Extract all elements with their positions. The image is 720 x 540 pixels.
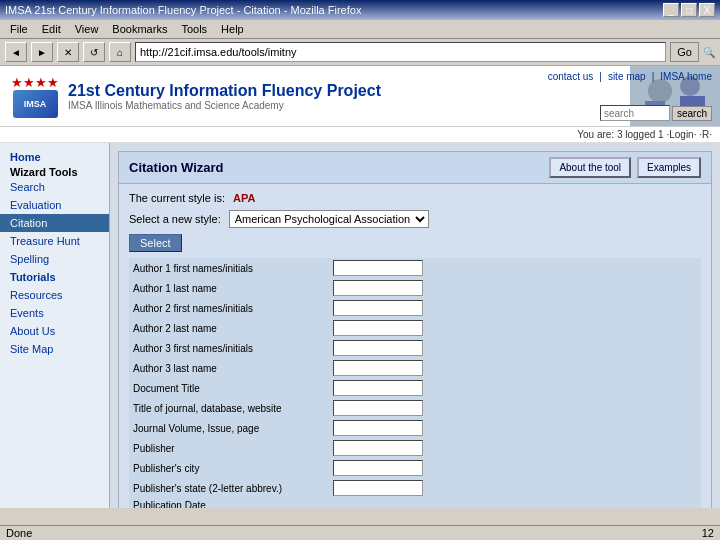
field-label-author3-last: Author 3 last name — [129, 358, 329, 378]
go-button[interactable]: Go — [670, 42, 699, 62]
sidebar-item-treasure-hunt[interactable]: Treasure Hunt — [0, 232, 109, 250]
select-style-label: Select a new style: — [129, 213, 221, 225]
back-button[interactable]: ◄ — [5, 42, 27, 62]
logo-stars: ★★★★ — [11, 75, 59, 90]
table-row: Journal Volume, Issue, page — [129, 418, 701, 438]
sidebar-item-spelling[interactable]: Spelling — [0, 250, 109, 268]
forward-button[interactable]: ► — [31, 42, 53, 62]
window-titlebar: IMSA 21st Century Information Fluency Pr… — [0, 0, 720, 20]
stop-button[interactable]: ✕ — [57, 42, 79, 62]
field-label-publisher: Publisher — [129, 438, 329, 458]
author3-last-input[interactable] — [333, 360, 423, 376]
logo-image: IMSA — [13, 90, 58, 118]
menu-tools[interactable]: Tools — [175, 22, 213, 36]
author3-first-input[interactable] — [333, 340, 423, 356]
banner-search-area: search — [600, 105, 712, 121]
citation-panel: Citation Wizard About the tool Examples … — [118, 151, 712, 508]
author1-first-input[interactable] — [333, 260, 423, 276]
refresh-button[interactable]: ↺ — [83, 42, 105, 62]
sidebar-item-resources[interactable]: Resources — [0, 286, 109, 304]
select-button[interactable]: Select — [129, 234, 182, 252]
sidebar-item-about-us[interactable]: About Us — [0, 322, 109, 340]
field-label-author1-last: Author 1 last name — [129, 278, 329, 298]
sidebar-item-site-map[interactable]: Site Map — [0, 340, 109, 358]
citation-header: Citation Wizard About the tool Examples — [119, 152, 711, 184]
menu-edit[interactable]: Edit — [36, 22, 67, 36]
sidebar-item-tutorials[interactable]: Tutorials — [0, 268, 109, 286]
field-label-author2-last: Author 2 last name — [129, 318, 329, 338]
menu-view[interactable]: View — [69, 22, 105, 36]
field-label-pub-state: Publisher's state (2-letter abbrev.) — [129, 478, 329, 498]
citation-wizard-title: Citation Wizard — [129, 160, 224, 175]
home-button[interactable]: ⌂ — [109, 42, 131, 62]
field-label-author1-first: Author 1 first names/initials — [129, 258, 329, 278]
addressbar: ◄ ► ✕ ↺ ⌂ Go 🔍 — [0, 39, 720, 66]
banner-search-input[interactable] — [600, 105, 670, 121]
table-row: Author 2 last name — [129, 318, 701, 338]
close-button[interactable]: X — [699, 3, 715, 17]
maximize-button[interactable]: □ — [681, 3, 697, 17]
field-label-journal-vol: Journal Volume, Issue, page — [129, 418, 329, 438]
table-row: Publisher's city — [129, 458, 701, 478]
table-row: Author 3 last name — [129, 358, 701, 378]
field-label-pub-date: Publication Date — [129, 498, 329, 508]
select-row: Select a new style: American Psychologic… — [129, 210, 701, 228]
form-table: Author 1 first names/initials Author 1 l… — [129, 258, 701, 508]
main-layout: Home Wizard Tools Search Evaluation Cita… — [0, 143, 720, 508]
about-tool-button[interactable]: About the tool — [549, 157, 631, 178]
menu-file[interactable]: File — [4, 22, 34, 36]
author1-last-input[interactable] — [333, 280, 423, 296]
style-select[interactable]: American Psychological Association (APA)… — [229, 210, 429, 228]
sidebar-item-search[interactable]: Search — [0, 178, 109, 196]
banner-top-links: contact us | site map | IMSA home — [548, 71, 712, 82]
logo-subtitle: IMSA Illinois Mathematics and Science Ac… — [68, 100, 381, 111]
table-row: Title of journal, database, website — [129, 398, 701, 418]
author2-last-input[interactable] — [333, 320, 423, 336]
examples-button[interactable]: Examples — [637, 157, 701, 178]
journal-title-input[interactable] — [333, 400, 423, 416]
menu-help[interactable]: Help — [215, 22, 250, 36]
publisher-input[interactable] — [333, 440, 423, 456]
logo-text: 21st Century Information Fluency Project… — [68, 82, 381, 111]
header-buttons: About the tool Examples — [549, 157, 701, 178]
address-input[interactable] — [135, 42, 666, 62]
sidebar-item-evaluation[interactable]: Evaluation — [0, 196, 109, 214]
select-btn-row: Select — [129, 234, 701, 258]
table-row: Author 2 first names/initials — [129, 298, 701, 318]
banner-logo: ★★★★ IMSA 21st Century Information Fluen… — [0, 66, 630, 126]
minimize-button[interactable]: _ — [663, 3, 679, 17]
current-style-value: APA — [233, 192, 255, 204]
field-label-pub-city: Publisher's city — [129, 458, 329, 478]
journal-vol-input[interactable] — [333, 420, 423, 436]
logged-in-bar: You are: 3 logged 1 ·Login· ·R· — [0, 127, 720, 143]
sidebar: Home Wizard Tools Search Evaluation Cita… — [0, 143, 110, 508]
table-row: Author 1 last name — [129, 278, 701, 298]
banner-search-button[interactable]: search — [672, 106, 712, 121]
style-row: The current style is: APA — [129, 192, 701, 204]
menu-bookmarks[interactable]: Bookmarks — [106, 22, 173, 36]
table-row: Publisher's state (2-letter abbrev.) — [129, 478, 701, 498]
top-banner: ★★★★ IMSA 21st Century Information Fluen… — [0, 66, 720, 127]
site-map-link[interactable]: site map — [608, 71, 646, 82]
doc-title-input[interactable] — [333, 380, 423, 396]
table-row: Document Title — [129, 378, 701, 398]
field-label-author2-first: Author 2 first names/initials — [129, 298, 329, 318]
window-title: IMSA 21st Century Information Fluency Pr… — [5, 4, 361, 16]
pub-city-input[interactable] — [333, 460, 423, 476]
imsa-home-link[interactable]: IMSA home — [660, 71, 712, 82]
citation-body: The current style is: APA Select a new s… — [119, 184, 711, 508]
status-right: 12 — [702, 527, 714, 539]
svg-point-1 — [648, 79, 672, 103]
sidebar-item-events[interactable]: Events — [0, 304, 109, 322]
current-style-label: The current style is: — [129, 192, 225, 204]
author2-first-input[interactable] — [333, 300, 423, 316]
window-controls[interactable]: _ □ X — [663, 3, 715, 17]
pub-state-input[interactable] — [333, 480, 423, 496]
contact-us-link[interactable]: contact us — [548, 71, 594, 82]
table-row: Publisher — [129, 438, 701, 458]
table-row: Publication Date — [129, 498, 701, 508]
sidebar-item-citation[interactable]: Citation — [0, 214, 109, 232]
statusbar: Done 12 — [0, 525, 720, 540]
logged-in-text: You are: 3 logged 1 ·Login· ·R· — [577, 129, 712, 140]
logo-title: 21st Century Information Fluency Project — [68, 82, 381, 100]
